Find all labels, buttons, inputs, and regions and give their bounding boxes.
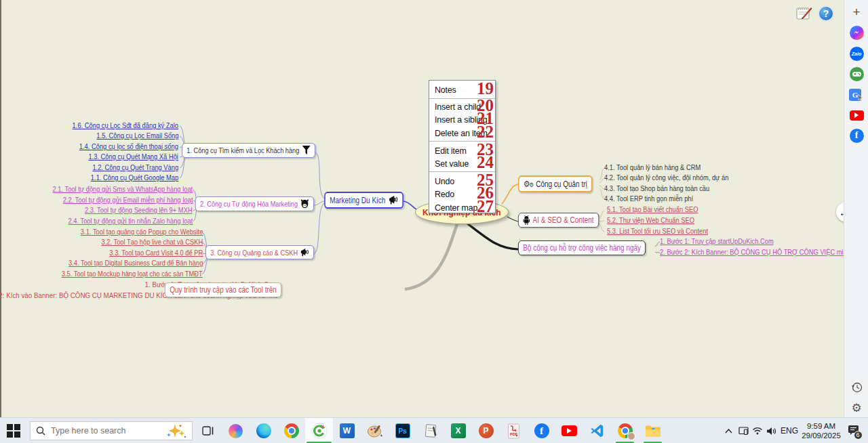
menu-item-delete-item[interactable]: Delete an item 22	[429, 127, 495, 140]
edit-note-button[interactable]	[796, 5, 812, 22]
leaf-1-5[interactable]: 1.5. Công cụ Lọc Email Sống	[96, 131, 178, 140]
taskbar-app-pdf[interactable]: PDF	[500, 418, 528, 443]
mindmap-canvas[interactable]: 1.6. Công cụ Lọc Sđt đã đăng ký Zalo 1.5…	[0, 0, 844, 417]
taskbar-app-youtube[interactable]	[555, 418, 583, 443]
node-search-tools[interactable]: 1. Công cụ Tìm kiếm và Lọc Khách hàng	[182, 143, 315, 158]
help-button[interactable]: ?	[818, 5, 834, 22]
leaf-5-3[interactable]: 5.3. List Tool tối ưu SEO và Content	[607, 227, 708, 235]
node-marketing-label: Marketing Du Kích	[330, 196, 385, 205]
leaf-4-1[interactable]: 4.1. Tool quản lý bán hàng & CRM	[604, 163, 701, 171]
leaf-2-2[interactable]: 2.2. Tool tự động gửi Email miễn phí hàn…	[62, 196, 193, 204]
start-button[interactable]	[7, 424, 20, 438]
add-icon[interactable]: +	[849, 5, 864, 20]
menu-item-set-value[interactable]: Set value 24	[429, 157, 495, 171]
node-access-process[interactable]: Quy trình truy cập vào các Tool trên	[165, 282, 281, 297]
monitor-icon	[738, 427, 749, 436]
node-ads-tools[interactable]: 3. Công cụ Quảng cáo & CSKH	[205, 245, 314, 259]
leaf-3-2[interactable]: 3.2. Tool Tạo hộp live chat và CSKH	[101, 238, 203, 246]
messenger-icon[interactable]	[849, 25, 864, 40]
facebook-icon: f	[534, 423, 549, 438]
menu-item-notes[interactable]: Notes 19	[429, 83, 495, 97]
node-daily-tools[interactable]: Bộ công cụ hỗ trợ công việc hàng ngày	[518, 240, 646, 255]
octocat-icon	[300, 199, 309, 209]
tray-display-icon[interactable]	[736, 418, 750, 443]
facebook-icon[interactable]: f	[849, 128, 864, 143]
tray-clock[interactable]: 9:59 AM 29/09/2025	[800, 418, 842, 443]
excel-icon: X	[451, 423, 466, 438]
task-view-icon	[202, 426, 214, 436]
leaf-4-2[interactable]: 4.2. Tool quản lý công việc, đội nhóm, d…	[604, 173, 728, 182]
taskbar-app-photoshop[interactable]: Ps	[389, 418, 416, 443]
tray-language[interactable]: ENG	[778, 418, 800, 443]
taskbar-app-edge[interactable]	[250, 418, 277, 443]
left-arrow-icon: ←	[839, 207, 844, 218]
taskbar-app-journal[interactable]	[416, 418, 444, 443]
menu-item-center-map[interactable]: Center map 27	[429, 201, 495, 215]
speaker-icon	[766, 427, 776, 436]
menu-label: Insert a child	[435, 102, 481, 112]
photoshop-icon: Ps	[395, 423, 410, 438]
notification-center-button[interactable]: 6	[844, 418, 863, 443]
settings-gear-icon[interactable]: ⚙	[849, 400, 864, 415]
facebook-f-glyph: f	[855, 130, 859, 141]
taskbar-app-chrome[interactable]	[277, 418, 305, 443]
annotation-mark: 24	[477, 153, 494, 172]
leaf-3-1[interactable]: 3.1. Tool tạo quảng cáo Popup cho Websit…	[80, 228, 203, 236]
history-icon[interactable]	[849, 379, 864, 394]
taskbar-app-facebook[interactable]: f	[528, 418, 555, 443]
leaf-1-4[interactable]: 1.4. Công cụ lọc số điện thoại sống	[79, 142, 178, 150]
copilot-icon	[229, 424, 243, 438]
games-icon[interactable]	[849, 66, 864, 81]
taskbar-app-file-explorer[interactable]	[639, 418, 667, 443]
taskbar-app-vscode[interactable]	[583, 418, 611, 443]
taskbar-app-excel[interactable]: X	[444, 418, 472, 443]
gear-glyph: ⚙	[851, 401, 861, 415]
annotation-mark: 19	[477, 79, 494, 98]
leaf-1-3[interactable]: 1.3. Công cụ Quét Mạng Xã Hội	[88, 152, 178, 161]
tray-volume[interactable]	[764, 418, 778, 443]
leaf-2-3[interactable]: 2.3. Tool tự động Seeding lên 9+ MXH	[85, 206, 193, 214]
taskbar: W Ps	[0, 417, 868, 443]
leaf-5-1[interactable]: 5.1. Tool tạo Bài viết chuẩn SEO	[607, 205, 698, 213]
megaphone-icon	[389, 195, 398, 205]
tray-chevron-up[interactable]	[722, 418, 735, 443]
leaf-1-6[interactable]: 1.6. Công cụ Lọc Sđt đã đăng ký Zalo	[73, 121, 178, 129]
leaf-daily-step2[interactable]: 2. Bước 2: Kích Banner: BỘ CÔNG CỤ HỖ TR…	[660, 248, 844, 256]
leaf-4-4[interactable]: 4.4. Tool ERP tinh gọn miễn phí	[604, 194, 693, 203]
task-view-button[interactable]	[194, 418, 222, 443]
node-admin-tools[interactable]: ⚙⚙ Công cụ Quản trị	[518, 175, 593, 192]
translate-icon[interactable]: G	[849, 87, 864, 102]
android-icon	[523, 215, 530, 225]
zalo-icon[interactable]: Zalo	[849, 46, 864, 61]
collapse-panel-handle[interactable]: ←	[836, 202, 844, 222]
youtube-icon[interactable]	[849, 108, 864, 123]
zalo-label: Zalo	[852, 51, 861, 56]
node-automation-tools[interactable]: 2. Công cụ Tự động Hóa Marketing	[195, 196, 314, 211]
taskbar-app-coccoc[interactable]	[305, 418, 333, 443]
taskbar-app-chrome-profile[interactable]	[611, 418, 639, 443]
tray-wifi[interactable]	[751, 418, 764, 443]
node-admin-label: Công cụ Quản trị	[536, 180, 587, 189]
taskbar-search[interactable]	[30, 421, 193, 440]
leaf-2-4[interactable]: 2.4. Tool tự động gửi tin nhắn Zalo hàng…	[68, 217, 193, 225]
leaf-daily-step1[interactable]: 1. Bước 1: Truy cập startUpDuKich.Com	[660, 237, 774, 245]
node-marketing[interactable]: Marketing Du Kích	[324, 192, 403, 209]
leaf-2-1[interactable]: 2.1. Tool tự động gửi Sms và WhatsApp hà…	[52, 185, 193, 193]
leaf-3-4[interactable]: 3.4. Tool tạo Digital Business Card để B…	[68, 259, 203, 267]
taskbar-app-copilot[interactable]	[222, 418, 250, 443]
node-seo-content[interactable]: AI & SEO & Content	[518, 213, 599, 228]
leaf-3-5[interactable]: 3.5. Tool tạo Mockup hàng loạt cho các s…	[62, 270, 203, 278]
search-input[interactable]	[51, 426, 161, 436]
copilot-sparkle-icon	[166, 423, 186, 438]
chrome-icon	[284, 423, 299, 438]
menu-label: Redo	[435, 190, 454, 199]
leaf-5-2[interactable]: 5.2. Thư viện Web Chuẩn SEO	[607, 216, 694, 224]
leaf-1-2[interactable]: 1.2. Công cụ Quét Trang Vàng	[92, 163, 178, 171]
youtube-icon	[561, 425, 577, 436]
leaf-3-3[interactable]: 3.3. Tool tạo Card Visit 4.0 để PR	[109, 249, 203, 257]
leaf-4-3[interactable]: 4.3. Tool tạo Shop bán hàng toàn cầu	[604, 184, 709, 192]
taskbar-app-powerpoint[interactable]: P	[472, 418, 500, 443]
leaf-1-1[interactable]: 1.1. Công cụ Quét Google Map	[91, 173, 178, 182]
taskbar-app-paint[interactable]	[361, 418, 389, 443]
taskbar-app-word[interactable]: W	[333, 418, 361, 443]
